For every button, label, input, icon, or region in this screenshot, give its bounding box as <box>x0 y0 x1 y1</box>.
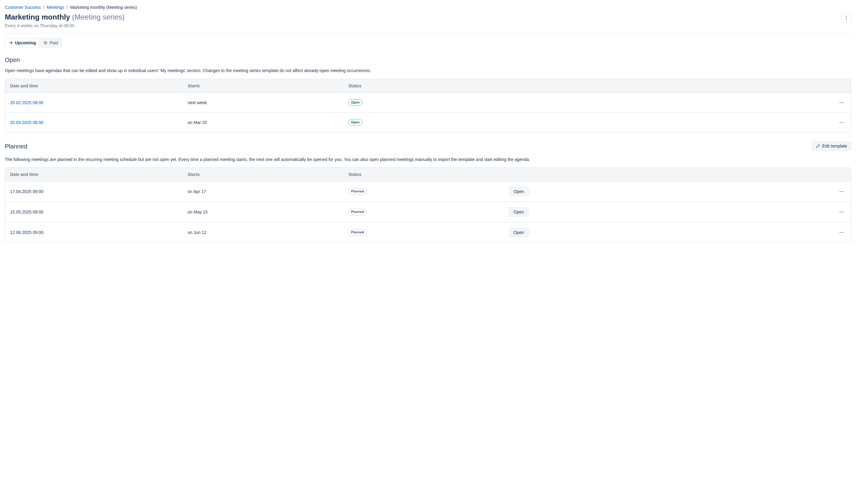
tab-past-label: Past <box>50 40 58 45</box>
meeting-date: 17.04.2025 09:00 <box>5 181 183 202</box>
arrow-right-icon <box>9 41 13 45</box>
tab-upcoming[interactable]: Upcoming <box>5 38 39 47</box>
more-horizontal-icon <box>839 230 844 235</box>
column-header-starts: Starts <box>183 168 343 181</box>
breadcrumb-link-customer-success[interactable]: Customer Success <box>5 5 41 10</box>
more-horizontal-icon <box>839 120 844 125</box>
svg-point-7 <box>841 122 842 123</box>
table-row: 15.05.2025 09:00 on May 15 Planned Open <box>5 202 851 222</box>
svg-point-15 <box>840 232 841 233</box>
meeting-starts: on May 15 <box>183 202 343 222</box>
column-header-more <box>614 79 851 93</box>
tab-upcoming-label: Upcoming <box>15 40 36 45</box>
svg-point-5 <box>843 102 844 103</box>
meeting-date: 15.05.2025 09:00 <box>5 202 183 222</box>
svg-point-14 <box>843 212 844 213</box>
svg-point-17 <box>843 232 844 233</box>
meeting-starts: on Jun 12 <box>183 222 343 242</box>
section-description-open: Open meetings have agendas that can be e… <box>5 68 851 74</box>
row-more-menu-button[interactable] <box>837 228 846 237</box>
svg-point-16 <box>841 232 842 233</box>
row-more-menu-button[interactable] <box>837 118 846 127</box>
svg-point-13 <box>841 212 842 213</box>
column-header-starts: Starts <box>183 79 343 93</box>
page-more-menu-button[interactable] <box>841 13 851 23</box>
meeting-date-link[interactable]: 20.02.2025 08:00 <box>10 100 43 105</box>
meeting-starts: next week <box>183 93 343 113</box>
open-meeting-button[interactable]: Open <box>509 208 529 217</box>
column-header-date: Date and time <box>5 79 183 93</box>
status-badge: Open <box>348 119 362 126</box>
svg-point-8 <box>843 122 844 123</box>
more-horizontal-icon <box>839 209 844 215</box>
edit-template-label: Edit template <box>822 144 847 148</box>
status-badge: Planned <box>348 188 367 195</box>
column-header-action <box>504 79 614 93</box>
svg-point-2 <box>846 19 847 20</box>
breadcrumb-separator: / <box>42 5 46 10</box>
page-title: Marketing monthly (Meeting series) <box>5 13 125 21</box>
edit-template-button[interactable]: Edit template <box>812 141 851 150</box>
section-heading-planned: Planned <box>5 143 27 150</box>
breadcrumb-link-meetings[interactable]: Meetings <box>47 5 64 10</box>
divider <box>5 33 851 33</box>
meeting-starts: on Apr 17 <box>183 181 343 202</box>
breadcrumb-current: Marketing monthly (Meeting series) <box>70 5 137 10</box>
more-vertical-icon <box>844 15 849 20</box>
svg-point-3 <box>840 102 841 103</box>
column-header-status: Status <box>343 79 504 93</box>
breadcrumb: Customer Success / Meetings / Marketing … <box>5 5 851 10</box>
more-horizontal-icon <box>839 100 844 105</box>
svg-point-1 <box>846 17 847 18</box>
table-row: 12.06.2025 09:00 on Jun 12 Planned Open <box>5 222 851 242</box>
row-more-menu-button[interactable] <box>837 98 846 107</box>
svg-point-0 <box>846 16 847 17</box>
table-row: 17.04.2025 09:00 on Apr 17 Planned Open <box>5 181 851 202</box>
meeting-starts: on Mar 20 <box>183 113 343 132</box>
row-more-menu-button[interactable] <box>837 187 846 196</box>
section-description-planned: The following meetings are planned in th… <box>5 157 851 163</box>
row-more-menu-button[interactable] <box>837 208 846 216</box>
open-meeting-button[interactable]: Open <box>509 228 529 237</box>
tab-past[interactable]: Past <box>39 38 62 47</box>
page-title-main: Marketing monthly <box>5 13 70 21</box>
column-header-action <box>504 168 614 181</box>
status-badge: Planned <box>348 229 367 235</box>
column-header-status: Status <box>343 168 504 181</box>
svg-point-11 <box>843 191 844 192</box>
more-horizontal-icon <box>839 189 844 194</box>
meeting-date-link[interactable]: 20.03.2025 08:00 <box>10 120 43 125</box>
svg-point-4 <box>841 102 842 103</box>
column-header-more <box>614 168 851 181</box>
svg-point-12 <box>840 212 841 213</box>
breadcrumb-separator: / <box>65 5 69 10</box>
svg-point-9 <box>840 191 841 192</box>
open-meeting-button[interactable]: Open <box>509 187 529 196</box>
open-meetings-table: Date and time Starts Status 20.02.2025 0… <box>5 79 851 132</box>
pencil-icon <box>816 144 820 148</box>
section-heading-open: Open <box>5 56 851 64</box>
svg-point-6 <box>840 122 841 123</box>
meeting-date: 12.06.2025 09:00 <box>5 222 183 242</box>
svg-point-10 <box>841 191 842 192</box>
status-badge: Open <box>348 99 362 106</box>
column-header-date: Date and time <box>5 168 183 181</box>
table-row: 20.03.2025 08:00 on Mar 20 Open <box>5 113 851 132</box>
table-row: 20.02.2025 08:00 next week Open <box>5 93 851 113</box>
status-badge: Planned <box>348 209 367 215</box>
upcoming-past-toggle: Upcoming Past <box>5 38 62 47</box>
planned-meetings-table: Date and time Starts Status 17.04.2025 0… <box>5 167 851 243</box>
history-icon <box>43 41 48 45</box>
page-title-suffix: (Meeting series) <box>72 13 125 21</box>
schedule-text: Every 4 weeks on Thursday at 08:00 <box>5 23 125 28</box>
